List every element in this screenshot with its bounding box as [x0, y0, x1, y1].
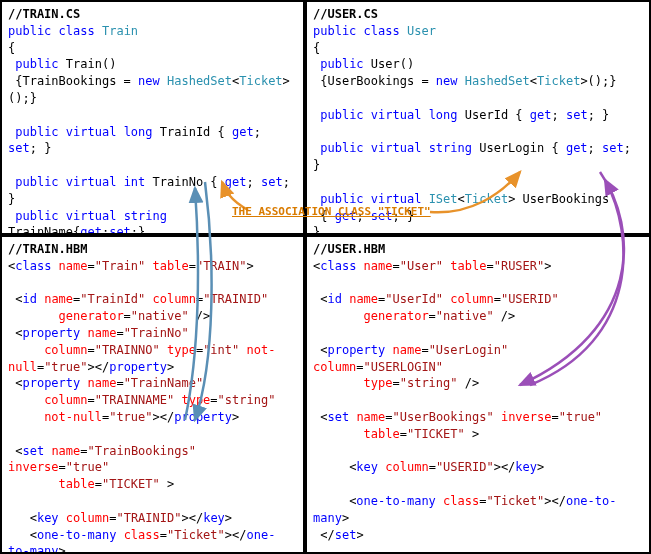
- user-cs-code: //USER.CS public class User { public Use…: [313, 6, 643, 235]
- user-hbm-code: //USER.HBM <class name="User" table="RUS…: [313, 241, 643, 554]
- association-label: THE ASSOCIATION CLASS "TICKET": [232, 204, 431, 218]
- train-hbm-code: //TRAIN.HBM <class name="Train" table="T…: [8, 241, 297, 554]
- user-hbm-header: //USER.HBM: [313, 242, 385, 256]
- user-cs-header: //USER.CS: [313, 7, 378, 21]
- train-hbm-panel: //TRAIN.HBM <class name="Train" table="T…: [0, 235, 305, 554]
- train-hbm-header: //TRAIN.HBM: [8, 242, 87, 256]
- code-grid: //TRAIN.CS public class Train { public T…: [0, 0, 651, 554]
- train-cs-code: //TRAIN.CS public class Train { public T…: [8, 6, 297, 235]
- user-hbm-panel: //USER.HBM <class name="User" table="RUS…: [305, 235, 651, 554]
- train-cs-header: //TRAIN.CS: [8, 7, 80, 21]
- train-cs-panel: //TRAIN.CS public class Train { public T…: [0, 0, 305, 235]
- user-cs-panel: //USER.CS public class User { public Use…: [305, 0, 651, 235]
